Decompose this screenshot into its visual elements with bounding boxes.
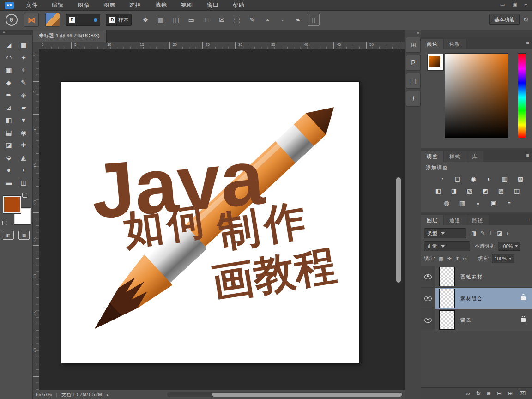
quick-mask-icon[interactable]: ◧ [3,231,14,240]
tab-adjustments-2[interactable]: 库 [466,151,483,162]
tool-preset-field[interactable]: D [66,14,100,26]
properties-icon[interactable]: P [406,55,421,71]
adjustment-icon-0-5[interactable]: ▩ [515,175,526,183]
tool-4[interactable]: ▣ [1,64,16,76]
adjustment-icon-0-3[interactable]: ◐ [484,175,494,183]
layer-row-2[interactable]: 背景 [421,309,532,331]
adjustment-icon-2-4[interactable]: ◓ [504,199,514,207]
tool-8[interactable]: ✒ [1,89,16,101]
blend-mode-dropdown[interactable]: 正常 [424,241,470,251]
adjustment-icon-1-4[interactable]: ▨ [496,187,506,195]
navigator-icon[interactable]: ⊞ [406,37,421,53]
tool-15[interactable]: ◉ [16,126,31,139]
sample-field[interactable]: D 样本 [106,14,132,26]
tool-21[interactable]: ◖ [16,163,31,176]
info-icon[interactable]: i [406,91,421,107]
options-icon-10[interactable]: ❧ [292,14,303,25]
active-tool-icon[interactable]: ⋈ [24,13,39,27]
visibility-toggle[interactable] [421,266,435,287]
adjustment-icon-0-2[interactable]: ◉ [468,175,478,183]
tool-19[interactable]: ◭ [16,151,31,163]
window-control-icon-2[interactable]: ⌐ [525,1,527,7]
tool-2[interactable]: ◠ [1,51,16,64]
layer-filter-dropdown[interactable]: 类型 [424,228,466,238]
tab-adjustments-1[interactable]: 样式 [444,151,466,162]
document-tab[interactable]: 未标题-1 @ 66.7%(RGB/8) [32,30,107,42]
menu-item-3[interactable]: 图层 [103,1,115,9]
tool-6[interactable]: ◆ [1,76,16,89]
dock-collapse-icon[interactable]: « [405,30,422,37]
tool-0[interactable]: ◢ [1,39,16,51]
tool-23[interactable]: ◫ [16,176,31,188]
tool-22[interactable]: ▬ [1,176,16,188]
menu-item-1[interactable]: 编辑 [52,1,64,9]
lock-icon-0[interactable]: ▦ [439,256,443,262]
zoom-level[interactable]: 66.67% [36,392,52,397]
default-colors-icon[interactable] [22,193,27,198]
layer-row-1[interactable]: 素材组合 [421,288,532,309]
panel-menu-icon[interactable]: ≡ [526,216,529,222]
tool-16[interactable]: ◪ [1,139,16,151]
filter-kind-icon-3[interactable]: ◪ [497,230,502,236]
opacity-value[interactable]: 100% [498,242,520,251]
menu-item-8[interactable]: 帮助 [233,1,245,9]
adjustment-icon-0-1[interactable]: ▤ [453,175,463,183]
tool-5[interactable]: ⌖ [16,64,31,76]
options-icon-7[interactable]: ✎ [247,14,258,25]
workspace-cycle-icon[interactable]: ↻ [523,16,528,23]
panel-menu-icon[interactable]: ≡ [526,40,529,45]
layer-thumbnail[interactable] [439,267,455,286]
vertical-scrollbar-thumb[interactable] [396,177,401,283]
hue-slider[interactable] [518,54,526,138]
filter-kind-icon-0[interactable]: ◨ [471,230,476,236]
tab-layers-1[interactable]: 通道 [444,215,466,225]
horizontal-scrollbar[interactable] [167,392,403,397]
tool-11[interactable]: ▰ [16,101,31,114]
layer-thumbnail[interactable] [439,310,455,330]
options-icon-6[interactable]: ⬚ [231,14,242,25]
tab-layers-2[interactable]: 路径 [466,215,489,225]
foreground-color-thumbnail[interactable] [428,54,443,70]
adjustment-icon-2-3[interactable]: ▣ [489,199,499,207]
adjustment-icon-1-5[interactable]: ◫ [512,187,522,195]
tab-layers-0[interactable]: 图层 [421,215,443,225]
link-layers-icon[interactable]: ∞ [466,390,470,397]
adjustment-icon-0-4[interactable]: ▦ [500,175,510,183]
delete-layer-icon[interactable]: ⌧ [519,390,526,397]
options-icon-3[interactable]: ▭ [186,14,197,25]
options-icon-0[interactable]: ❖ [140,14,151,25]
new-group-icon[interactable]: ⊟ [497,390,502,397]
filter-kind-icon-2[interactable]: T [489,230,492,236]
fill-value[interactable]: 100% [492,254,514,263]
screen-mode-icon[interactable]: ▦ [18,231,30,240]
tool-18[interactable]: ⬙ [1,151,16,163]
swap-colors-icon[interactable] [2,221,7,225]
options-icon-9[interactable]: · [277,14,288,25]
lock-icon-2[interactable]: ⊕ [455,256,459,262]
adjustment-icon-0-0[interactable]: ◔ [437,175,447,183]
status-menu-arrow[interactable]: ▸ [107,393,109,397]
options-boxed-icon[interactable]: ▯ [308,14,320,26]
tool-13[interactable]: ▼ [16,114,31,126]
adjustment-icon-2-0[interactable]: ◍ [441,199,452,207]
tool-17[interactable]: ✚ [16,139,31,151]
filter-kind-icon-1[interactable]: ✎ [480,230,485,236]
adjustment-icon-2-2[interactable]: ◒ [473,199,483,207]
tool-14[interactable]: ▤ [1,126,16,139]
menu-item-2[interactable]: 图像 [78,1,90,9]
workspace-button[interactable]: 基本功能 [489,14,520,25]
adjustment-icon-1-0[interactable]: ◧ [433,187,443,195]
menu-item-7[interactable]: 窗口 [207,1,219,9]
toolbox-grip[interactable]: ▪▪ [0,30,32,35]
tool-3[interactable]: ✦ [16,51,31,64]
tool-12[interactable]: ◧ [1,114,16,126]
options-icon-1[interactable]: ▦ [155,14,166,25]
snapshot-icon[interactable]: ▤ [406,73,421,89]
window-control-icon-0[interactable]: ▭ [500,1,505,7]
lock-icon-3[interactable]: ◘ [463,256,466,262]
layer-row-0[interactable]: 画笔素材 [421,266,532,288]
layer-mask-icon[interactable]: ◙ [487,390,490,397]
new-layer-icon[interactable]: ⊞ [508,390,513,397]
tool-7[interactable]: ✎ [16,76,31,89]
tool-9[interactable]: ◈ [16,89,31,101]
